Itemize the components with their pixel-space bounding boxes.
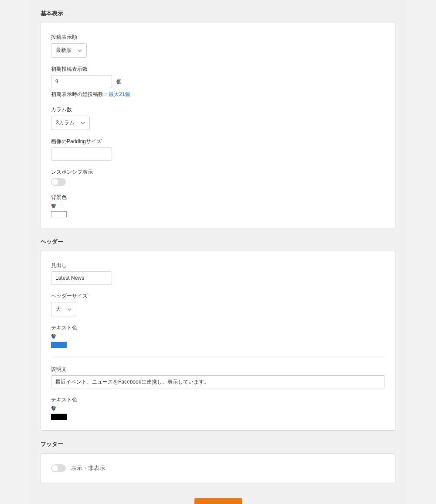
color-picker-icon[interactable]: [51, 406, 56, 411]
initial-count-helper: 初期表示時の総投稿数：最大21個: [51, 91, 385, 98]
save-area: 設定を保存: [30, 483, 406, 504]
svg-point-5: [52, 336, 55, 339]
section-footer: フッター 表示・非表示: [30, 431, 406, 483]
section-title-footer: フッター: [30, 431, 406, 453]
responsive-label: レスポンシブ表示: [51, 168, 385, 176]
post-order-value: 最新順: [56, 47, 72, 54]
desc-text-color-label: テキスト色: [51, 396, 385, 404]
section-title-header: ヘッダー: [30, 228, 406, 251]
heading-input[interactable]: [51, 271, 112, 285]
initial-count-input[interactable]: [51, 75, 112, 88]
field-bg-color: 背景色: [51, 194, 385, 217]
chevron-down-icon: [81, 122, 85, 124]
chevron-down-icon: [67, 308, 72, 311]
save-button[interactable]: 設定を保存: [194, 498, 242, 504]
section-header: ヘッダー 見出し ヘッダーサイズ 大 テキスト色: [30, 228, 406, 431]
bg-color-label: 背景色: [51, 194, 385, 201]
padding-label: 画像のPaddingサイズ: [51, 138, 385, 145]
color-picker-icon[interactable]: [51, 334, 56, 339]
columns-label: カラム数: [51, 106, 385, 113]
field-post-order: 投稿表示順 最新順: [51, 34, 385, 58]
field-columns: カラム数 3カラム: [51, 106, 385, 130]
field-header-size: ヘッダーサイズ 大: [51, 292, 385, 316]
toggle-knob: [52, 465, 58, 471]
footer-visibility-label: 表示・非表示: [71, 464, 105, 472]
initial-count-helper-prefix: 初期表示時の総投稿数：: [51, 91, 109, 97]
divider: [51, 357, 385, 357]
header-text-color-swatch[interactable]: [51, 342, 67, 348]
responsive-toggle[interactable]: [51, 178, 66, 186]
columns-select[interactable]: 3カラム: [51, 116, 90, 130]
description-label: 説明文: [51, 366, 385, 373]
section-title-basic: 基本表示: [30, 0, 406, 23]
chevron-down-icon: [78, 49, 82, 52]
header-size-value: 大: [56, 305, 61, 313]
post-order-label: 投稿表示順: [51, 34, 385, 41]
field-footer-visibility: 表示・非表示: [51, 464, 385, 472]
field-initial-count: 初期投稿表示数 個 初期表示時の総投稿数：最大21個: [51, 65, 385, 98]
field-desc-text-color: テキスト色: [51, 396, 385, 420]
section-box-basic: 投稿表示順 最新順 初期投稿表示数 個 初期表示時の総投稿数：最大21個 カラム: [40, 23, 396, 228]
initial-count-label: 初期投稿表示数: [51, 65, 385, 73]
svg-point-2: [52, 206, 55, 208]
field-padding: 画像のPaddingサイズ: [51, 138, 385, 161]
section-basic: 基本表示 投稿表示順 最新順 初期投稿表示数 個 初期表示時の総投稿数：最大21…: [30, 0, 406, 228]
toggle-knob: [52, 179, 58, 185]
color-picker-icon[interactable]: [51, 203, 56, 209]
post-order-select[interactable]: 最新順: [51, 43, 87, 58]
heading-label: 見出し: [51, 262, 385, 269]
padding-input[interactable]: [51, 147, 112, 161]
columns-value: 3カラム: [56, 119, 75, 127]
header-size-label: ヘッダーサイズ: [51, 292, 385, 300]
header-text-color-label: テキスト色: [51, 324, 385, 332]
bg-color-swatch[interactable]: [51, 211, 67, 217]
initial-count-helper-link[interactable]: 最大21個: [109, 91, 130, 97]
section-box-footer: 表示・非表示: [40, 453, 396, 483]
description-input[interactable]: [51, 375, 385, 388]
desc-text-color-swatch[interactable]: [51, 414, 67, 420]
field-description: 説明文: [51, 366, 385, 388]
field-responsive: レスポンシブ表示: [51, 168, 385, 186]
header-size-select[interactable]: 大: [51, 302, 76, 316]
initial-count-unit: 個: [116, 79, 122, 85]
footer-visibility-toggle[interactable]: [51, 464, 66, 472]
field-header-text-color: テキスト色: [51, 324, 385, 348]
section-box-header: 見出し ヘッダーサイズ 大 テキスト色: [40, 251, 396, 431]
field-heading: 見出し: [51, 262, 385, 285]
svg-point-8: [52, 408, 55, 411]
